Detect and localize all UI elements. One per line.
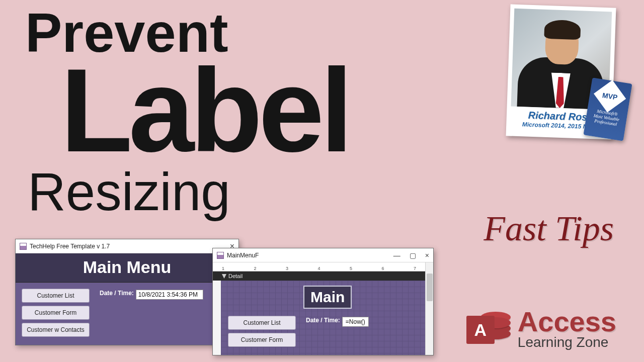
access-icon: A [466, 308, 511, 352]
minimize-icon[interactable]: — [393, 251, 400, 259]
customer-list-button[interactable]: Customer List [228, 316, 296, 330]
form-body: Customer List Customer Form Customer w C… [16, 283, 238, 345]
design-ruler: 1 2 3 4 5 6 7 [213, 262, 433, 272]
brand-sub: Learning Zone [518, 334, 616, 350]
header-label-control[interactable]: Main [303, 286, 352, 309]
slide-title: Prevent Label Resizing [25, 0, 349, 213]
mvp-badge: MVP Microsoft® Most Valuable Professiona… [583, 77, 632, 141]
runtime-form-window: TechHelp Free Template v 1.7 × Main Menu… [15, 239, 239, 345]
form-icon [217, 252, 224, 259]
scrollbar-thumb[interactable] [427, 274, 433, 301]
window-titlebar[interactable]: TechHelp Free Template v 1.7 × [16, 239, 238, 253]
brand-logo: A Access Learning Zone [466, 308, 616, 352]
datetime-label: Date / Time: [100, 290, 134, 297]
customer-contacts-button[interactable]: Customer w Contacts [22, 323, 90, 337]
design-surface[interactable]: Main Customer List Customer Form Date / … [213, 281, 433, 355]
fast-tips-heading: Fast Tips [484, 209, 614, 249]
datetime-value: 10/8/2021 3:54:36 PM [136, 290, 203, 300]
window-titlebar[interactable]: MainMenuF — ▢ × [213, 248, 433, 262]
mvp-diamond-icon: MVP [594, 80, 626, 112]
datetime-label[interactable]: Date / Time: [306, 317, 340, 324]
vertical-scrollbar[interactable] [425, 262, 433, 355]
customer-form-button[interactable]: Customer Form [228, 333, 296, 347]
design-view-window: MainMenuF — ▢ × 1 2 3 4 5 6 7 Detail Mai… [212, 248, 434, 355]
maximize-icon[interactable]: ▢ [410, 251, 416, 259]
title-line2: Label [60, 60, 349, 161]
window-title-text: MainMenuF [227, 252, 259, 259]
form-header: Main Menu [16, 253, 238, 283]
form-icon [20, 243, 27, 250]
customer-form-button[interactable]: Customer Form [22, 306, 90, 320]
access-letter: A [466, 316, 495, 344]
window-title-text: TechHelp Free Template v 1.7 [30, 243, 110, 250]
close-icon[interactable]: × [425, 251, 429, 259]
brand-main: Access [518, 309, 616, 334]
datetime-expression[interactable]: =Now() [342, 317, 369, 327]
title-line3: Resizing [28, 171, 349, 213]
customer-list-button[interactable]: Customer List [22, 289, 90, 303]
detail-section-bar[interactable]: Detail [213, 272, 433, 281]
